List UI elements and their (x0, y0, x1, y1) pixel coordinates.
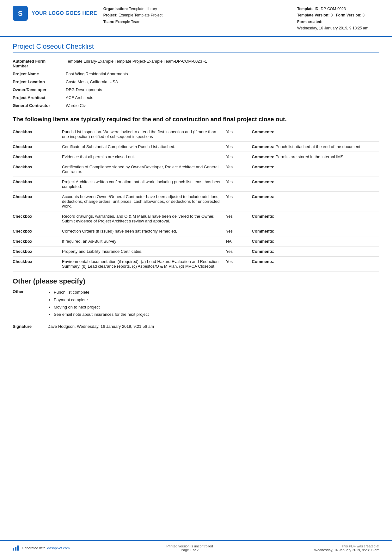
checklist-row: Checkbox Accounts between Owner/General … (13, 192, 379, 211)
dashpivot-bar-icon (13, 546, 19, 551)
other-list-item: Payment complete (54, 296, 149, 303)
page: S YOUR LOGO GOES HERE Organisation: Temp… (0, 0, 392, 555)
project-value: Example Template Project (119, 13, 162, 17)
checklist-description: Environmental documentation (if required… (60, 257, 224, 271)
comment-label: Comments: (252, 129, 275, 134)
info-value: East Wing Residential Apartments (63, 70, 379, 78)
checklist-comments: Comments: (250, 226, 379, 236)
checklist-checkbox: Checkbox (13, 127, 60, 142)
comment-label: Comments: (252, 165, 275, 169)
comment-label: Comments: (252, 194, 275, 199)
form-version-value: 3 (363, 13, 365, 17)
project-line: Project: Example Template Project (103, 12, 285, 18)
checklist-status: Yes (224, 226, 250, 236)
info-table: Automated Form Number Template Library-E… (13, 57, 379, 109)
info-row: Project Architect ACE Architects (13, 94, 379, 102)
form-created-value: Wednesday, 16 January 2019, 9:18:25 am (297, 26, 368, 30)
comment-label: Comments: (252, 144, 275, 149)
template-id-label: Template ID: (297, 7, 320, 11)
checklist-comments: Comments: (250, 236, 379, 246)
form-created-line: Form created: Wednesday, 16 January 2019… (297, 19, 379, 32)
checklist-row: Checkbox Record drawings, warranties, an… (13, 211, 379, 226)
checklist-comments: Comments: (250, 257, 379, 271)
info-row: General Contractor Wardie Civil (13, 102, 379, 109)
checklist-description: Correction Orders (if issued) have been … (60, 226, 224, 236)
checklist-description: Certificate of Substantial Completion wi… (60, 142, 224, 152)
header: S YOUR LOGO GOES HERE Organisation: Temp… (0, 0, 392, 37)
checklist-row: Checkbox Environmental documentation (if… (13, 257, 379, 271)
checklist-status: Yes (224, 162, 250, 177)
checklist-row: Checkbox Punch List Inspection. We were … (13, 127, 379, 142)
comment-label: Comments: (252, 249, 275, 254)
footer-center-line2: Page 1 of 2 (82, 548, 297, 552)
checklist-comments: Comments: Permits are stored in the inte… (250, 152, 379, 162)
template-version-label: Template Version: (297, 13, 329, 17)
comment-label: Comments: (252, 214, 275, 219)
template-id-value: DP-COM-0023 (321, 7, 346, 11)
checklist-checkbox: Checkbox (13, 211, 60, 226)
footer-right-line1: This PDF was created at (297, 544, 379, 548)
other-list-item: Moving on to next project (54, 303, 149, 311)
form-version-label: Form Version: (336, 13, 362, 17)
info-row: Owner/Developer DBG Developments (13, 86, 379, 94)
comment-label: Comments: (252, 229, 275, 234)
checklist-status: Yes (224, 127, 250, 142)
checklist-status: Yes (224, 257, 250, 271)
other-list-item: Punch list complete (54, 289, 149, 296)
checklist-description: Certification of Compliance signed by Ow… (60, 162, 224, 177)
checklist-checkbox: Checkbox (13, 177, 60, 192)
checklist-checkbox: Checkbox (13, 257, 60, 271)
footer: Generated with dashpivot.com Printed ver… (0, 540, 392, 555)
info-label: Project Architect (13, 94, 63, 102)
checklist-row: Checkbox Certification of Compliance sig… (13, 162, 379, 177)
checklist-comments: Comments: Punch list attached at the end… (250, 142, 379, 152)
info-row: Project Location Costa Mesa, California,… (13, 78, 379, 86)
checklist-table: Checkbox Punch List Inspection. We were … (13, 127, 379, 271)
other-label: Other (13, 289, 47, 318)
signature-row: Signature Dave Hodgson, Wednesday, 16 Ja… (13, 324, 379, 329)
comment-label: Comments: (252, 179, 275, 184)
checklist-description: Punch List Inspection. We were invited t… (60, 127, 224, 142)
checklist-checkbox: Checkbox (13, 236, 60, 246)
svg-text:S: S (18, 9, 23, 17)
bar2 (15, 547, 16, 551)
other-list: Punch list completePayment completeMovin… (47, 289, 149, 318)
checklist-comments: Comments: (250, 127, 379, 142)
info-value: Costa Mesa, California, USA (63, 78, 379, 86)
checklist-row: Checkbox Project Architect's written con… (13, 177, 379, 192)
checklist-comments: Comments: (250, 211, 379, 226)
org-label: Organisation: (103, 7, 128, 11)
header-meta: Organisation: Template Library Project: … (103, 6, 379, 32)
checklist-row: Checkbox If required, an As-Built Survey… (13, 236, 379, 246)
info-value: Template Library-Example Template Projec… (63, 57, 379, 70)
checklist-status: Yes (224, 177, 250, 192)
checklist-description: Evidence that all permits are closed out… (60, 152, 224, 162)
footer-link[interactable]: dashpivot.com (47, 546, 70, 550)
info-value: Wardie Civil (63, 102, 379, 109)
checklist-checkbox: Checkbox (13, 226, 60, 236)
team-line: Team: Example Team (103, 19, 285, 25)
project-label: Project: (103, 13, 118, 17)
checklist-checkbox: Checkbox (13, 152, 60, 162)
template-version-value: 3 (331, 13, 333, 17)
team-value: Example Team (115, 20, 140, 24)
checklist-checkbox: Checkbox (13, 142, 60, 152)
logo-area: S YOUR LOGO GOES HERE (13, 6, 97, 21)
template-id-line: Template ID: DP-COM-0023 (297, 6, 379, 12)
checklist-checkbox: Checkbox (13, 192, 60, 211)
footer-center-line1: Printed version is uncontrolled (82, 544, 297, 548)
checklist-status: Yes (224, 192, 250, 211)
signature-label: Signature (13, 324, 47, 329)
checklist-row: Checkbox Certificate of Substantial Comp… (13, 142, 379, 152)
info-label: Automated Form Number (13, 57, 63, 70)
footer-right: This PDF was created at Wednesday, 16 Ja… (297, 544, 379, 552)
bar3 (17, 546, 19, 551)
main-content: Project Closeout Checklist Automated For… (0, 37, 392, 540)
info-value: DBG Developments (63, 86, 379, 94)
comment-label: Comments: (252, 154, 275, 159)
other-row: Other Punch list completePayment complet… (13, 289, 379, 318)
checklist-row: Checkbox Correction Orders (if issued) h… (13, 226, 379, 236)
footer-generated-text: Generated with (22, 546, 46, 550)
checklist-checkbox: Checkbox (13, 162, 60, 177)
form-created-label: Form created: (297, 20, 322, 24)
